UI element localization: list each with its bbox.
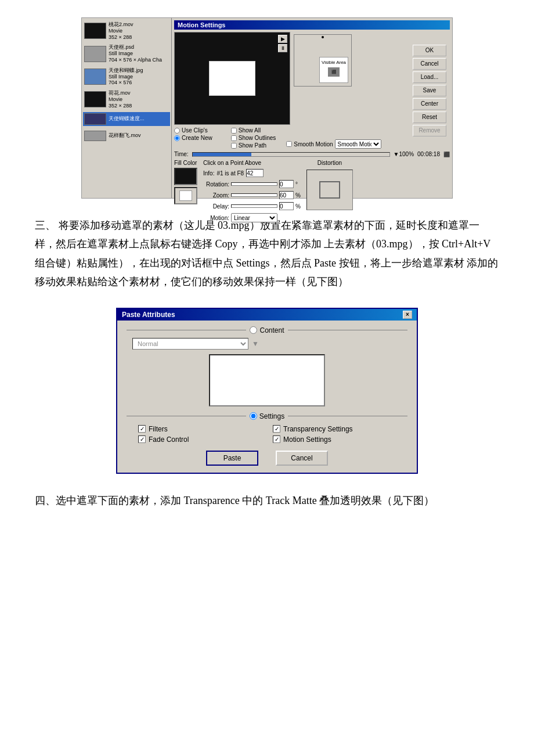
asset-thumb-6 xyxy=(84,131,106,141)
position-preview: Visible Area ⬛ xyxy=(294,34,352,87)
fade-label: Fade Control xyxy=(149,435,189,444)
asset-label-6: 花样翻飞.mov xyxy=(109,132,141,139)
content-section-header: Content xyxy=(127,326,407,334)
asset-item-1: 桃花2.movMovie352 × 288 xyxy=(83,20,170,41)
close-button[interactable]: × xyxy=(403,311,412,319)
time-expand-icon[interactable]: ⬛ xyxy=(443,152,450,157)
motion-row: Motion: Linear xyxy=(203,213,301,222)
motion-settings-dialog: Motion Settings ▶ ⏸ Visible xyxy=(172,18,452,198)
dialog-body: Content Normal ▼ Settings ✓ Filters xyxy=(117,321,417,473)
reset-button[interactable]: Reset xyxy=(413,111,446,123)
fill-color-label: Fill Color xyxy=(174,160,197,166)
zoom-row: Zoom: % xyxy=(203,191,301,199)
settings-checkboxes: ✓ Filters ✓ Transparency Settings ✓ Fade… xyxy=(127,425,407,444)
settings-section-header: Settings xyxy=(127,412,407,420)
content-dropdown[interactable]: Normal xyxy=(132,338,248,350)
fill-color-swatch[interactable] xyxy=(174,168,197,185)
dialog-action-buttons: Paste Cancel xyxy=(127,451,407,466)
transparency-label: Transparency Settings xyxy=(283,425,353,433)
motion-checkbox[interactable]: ✓ xyxy=(273,435,280,443)
transparency-checkbox[interactable]: ✓ xyxy=(273,425,280,433)
cancel-button[interactable]: Cancel xyxy=(413,58,446,70)
rotation-row: Rotation: ° xyxy=(203,180,301,188)
asset-item-3: 天使和蝴蝶.jpgStill Image704 × 576 xyxy=(83,66,170,87)
save-button[interactable]: Save xyxy=(413,85,446,96)
filters-label: Filters xyxy=(149,425,168,433)
asset-label-2: 天使框.psdStill Image704 × 576 × Alpha Cha xyxy=(109,44,162,63)
play-button[interactable]: ▶ xyxy=(278,35,287,43)
asset-thumb-5 xyxy=(84,113,106,125)
smooth-motion-checkbox[interactable] xyxy=(286,141,292,147)
filters-check-row: ✓ Filters xyxy=(138,425,261,433)
center-button[interactable]: Center xyxy=(413,98,446,110)
asset-label-5: 天使蝴蝶速度... xyxy=(109,116,145,122)
paste-button[interactable]: Paste xyxy=(206,451,258,466)
preview-white-box xyxy=(209,61,255,96)
delay-input[interactable] xyxy=(279,202,294,210)
asset-label-4: 荷花.movMovie352 × 288 xyxy=(109,90,132,109)
ok-button[interactable]: OK xyxy=(413,45,446,56)
asset-item-4: 荷花.movMovie352 × 288 xyxy=(83,89,170,110)
dialog-buttons: OK Cancel Load... Save Center Reset Remo… xyxy=(413,45,446,136)
pause-button[interactable]: ⏸ xyxy=(278,44,287,52)
delay-slider[interactable] xyxy=(231,204,277,208)
checkbox-row: Use Clip's Create New Show All Show Outl… xyxy=(174,127,450,149)
asset-item-2: 天使框.psdStill Image704 × 576 × Alpha Cha xyxy=(83,43,170,64)
asset-thumb-4 xyxy=(84,91,106,107)
rotation-slider[interactable] xyxy=(231,182,277,186)
asset-thumb-1 xyxy=(84,23,106,39)
motion-check-row: ✓ Motion Settings xyxy=(273,435,396,444)
paragraph-2: 四、选中遮罩下面的素材，添加 Transparence 中的 Track Mat… xyxy=(35,491,499,510)
transparency-check-row: ✓ Transparency Settings xyxy=(273,425,396,433)
motion-select[interactable]: Linear xyxy=(231,213,277,222)
preview-thumb-box xyxy=(174,187,197,204)
rotation-input[interactable] xyxy=(279,180,294,188)
paragraph-1: 三、 将要添加移动遮罩的素材（这儿是 03.mpg）放置在紧靠遮罩素材的下面，延… xyxy=(35,216,499,291)
asset-thumb-3 xyxy=(84,69,106,85)
timeline-track[interactable] xyxy=(192,152,390,157)
preview-inner-box: Visible Area ⬛ xyxy=(319,57,348,83)
dropdown-arrow: ▼ xyxy=(252,340,259,348)
dialog-title-text: Paste Attributes xyxy=(122,311,175,319)
motion-settings-screenshot: 桃花2.movMovie352 × 288 天使框.psdStill Image… xyxy=(81,17,453,199)
distortion-inner xyxy=(319,181,340,199)
smooth-motion-row: Smooth Motion Smooth Motion xyxy=(286,139,381,149)
fade-check-row: ✓ Fade Control xyxy=(138,435,261,444)
smooth-motion-select[interactable]: Smooth Motion xyxy=(335,139,381,149)
show-outlines-checkbox[interactable]: Show Outlines xyxy=(231,135,276,141)
motion-preview: ▶ ⏸ xyxy=(174,32,290,125)
asset-label-3: 天使和蝴蝶.jpgStill Image704 × 576 xyxy=(109,67,143,86)
cancel-button[interactable]: Cancel xyxy=(276,451,328,466)
asset-label-1: 桃花2.movMovie352 × 288 xyxy=(109,21,134,40)
distortion-area: Distortion xyxy=(306,160,353,224)
asset-item-6: 花样翻飞.mov xyxy=(83,129,170,142)
distortion-box xyxy=(306,170,353,210)
bottom-controls: Fill Color Click on a Point Above Info: … xyxy=(174,160,450,224)
asset-list: 桃花2.movMovie352 × 288 天使框.psdStill Image… xyxy=(82,18,172,198)
asset-item-5[interactable]: 天使蝴蝶速度... xyxy=(83,112,170,126)
fade-checkbox[interactable]: ✓ xyxy=(138,435,146,443)
settings-radio-label[interactable]: Settings xyxy=(250,412,284,420)
use-clips-radio[interactable]: Use Clip's xyxy=(174,127,212,134)
asset-thumb-2 xyxy=(84,46,106,62)
show-all-checkbox[interactable]: Show All xyxy=(231,127,276,134)
info-input[interactable] xyxy=(246,169,264,177)
dialog-title: Motion Settings xyxy=(174,20,450,30)
timeline-row: Time: ▼100% 00:08:18 ⬛ xyxy=(174,151,450,157)
create-new-radio[interactable]: Create New xyxy=(174,135,212,141)
delay-row: Delay: % xyxy=(203,202,301,210)
paste-attributes-title-bar: Paste Attributes × xyxy=(117,309,417,321)
content-radio[interactable] xyxy=(250,326,257,334)
settings-radio[interactable] xyxy=(250,412,257,420)
click-label: Click on a Point Above xyxy=(203,160,301,166)
show-path-checkbox[interactable]: Show Path xyxy=(231,142,276,149)
zoom-slider[interactable] xyxy=(231,193,277,197)
content-preview-box xyxy=(209,354,325,406)
zoom-input[interactable] xyxy=(279,191,294,199)
motion-settings-label: Motion Settings xyxy=(283,435,331,444)
content-radio-label[interactable]: Content xyxy=(250,326,284,334)
content-dropdown-row: Normal ▼ xyxy=(127,338,407,350)
remove-button[interactable]: Remove xyxy=(413,125,446,136)
load-button[interactable]: Load... xyxy=(413,71,446,83)
filters-checkbox[interactable]: ✓ xyxy=(138,425,146,433)
